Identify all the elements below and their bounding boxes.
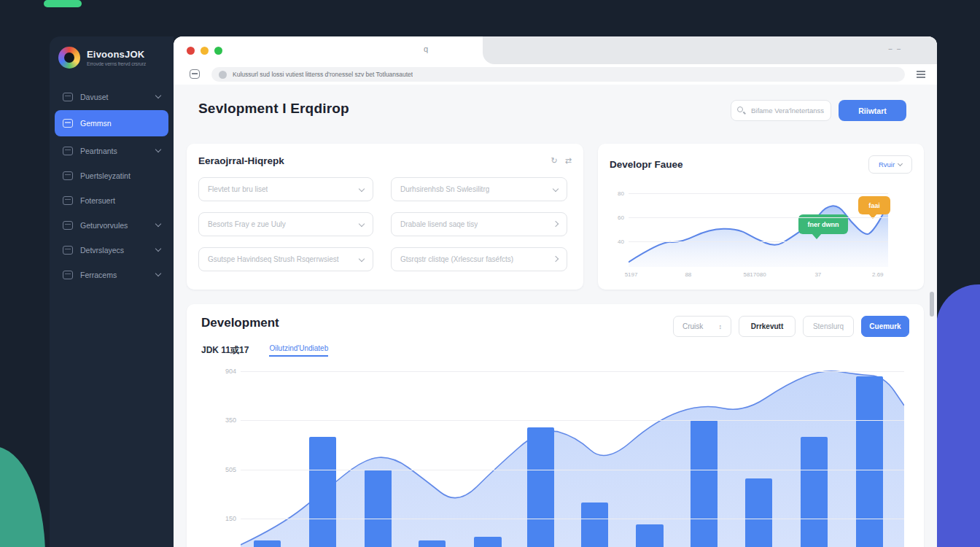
refresh-icon[interactable]: ↻ <box>551 156 558 166</box>
chevron-right-icon <box>553 255 559 261</box>
sidebar-item-6[interactable]: Detvrslayecs <box>55 238 168 262</box>
menu-item-icon <box>63 221 73 230</box>
bar-1 <box>309 437 336 547</box>
development-buttons: Cruisk ↕ Drrkevutt Stenslurq Cuemurk <box>673 316 909 337</box>
filter-select-3[interactable]: Drabale lisend saqe tisy <box>391 212 567 236</box>
chevron-down-icon <box>359 255 365 261</box>
sidebar-menu: Davuset Gemmsn Peartnants Puertsleyzatin… <box>55 85 168 287</box>
close-window-icon[interactable] <box>187 47 195 55</box>
sidebar-item-label: Geturvorvules <box>80 221 149 230</box>
rate-card: Developr Fauee Rvuir <box>598 144 924 290</box>
rate-card-title: Developr Fauee <box>610 159 683 170</box>
filter-select-4[interactable]: Gsutspe Havindseq Strush Rsqerrwsiest <box>198 247 373 271</box>
globe-icon <box>219 71 227 79</box>
sidebar-item-label: Davuset <box>80 93 149 101</box>
menu-hamburger-icon[interactable] <box>917 71 925 79</box>
bar-3 <box>419 540 446 547</box>
gridline <box>241 470 904 470</box>
y-axis-tick: 40 <box>618 238 624 244</box>
chevron-down-icon <box>553 185 559 191</box>
logo-title: EivoonsJOK <box>87 49 146 60</box>
bar-2 <box>365 470 392 547</box>
chart-tooltip-orange: faai <box>858 196 890 214</box>
sidebar-item-label: Ferracems <box>80 271 149 279</box>
minimize-window-icon[interactable] <box>201 47 209 55</box>
sidebar: EivoonsJOK Errovde verns frervd crsrurz … <box>50 36 174 547</box>
rate-dropdown[interactable]: Rvuir <box>868 155 912 174</box>
chevron-down-icon <box>898 161 903 166</box>
filter-label: Besorts Fray e zue Uuly <box>208 220 286 228</box>
browser-tabstrip: q ‒ ‒ <box>174 36 937 64</box>
sidebar-item-2[interactable]: Peartnants <box>55 139 168 163</box>
filter-select-2[interactable]: Besorts Fray e zue Uuly <box>198 212 373 236</box>
sidebar-item-label: Gemmsn <box>80 119 160 128</box>
bar-5 <box>527 427 554 547</box>
commit-button[interactable]: Cuemurk <box>861 316 909 337</box>
filter-label: Durhsirenhsb Sn Swlesilitrg <box>400 185 489 193</box>
gridline <box>629 217 888 218</box>
browser-app-icon[interactable] <box>190 69 200 79</box>
address-bar[interactable]: Kulussurl sud lossi vutiest litterss d'r… <box>211 67 905 82</box>
menu-item-icon <box>63 171 73 180</box>
secondary-button[interactable]: Drrkevutt <box>739 316 796 337</box>
sidebar-item-4[interactable]: Fotersuert <box>55 188 168 212</box>
swap-icon[interactable]: ⇄ <box>565 156 572 166</box>
x-axis-tick: 2.69 <box>872 271 884 278</box>
page-content: Sevlopment I Erqdirop Riiwtart Eeraojrra… <box>174 85 937 547</box>
bar-7 <box>636 524 663 547</box>
chevron-down-icon <box>155 93 161 98</box>
maximize-window-icon[interactable] <box>214 47 222 55</box>
y-axis-tick: 80 <box>618 190 624 196</box>
sidebar-item-7[interactable]: Ferracems <box>55 263 168 287</box>
active-tab-link[interactable]: Oilutzind'Undiateb <box>269 344 328 357</box>
sidebar-item-3[interactable]: Puertsleyzatint <box>55 163 168 187</box>
x-axis-tick: 88 <box>685 271 691 278</box>
chevron-down-icon <box>155 271 161 276</box>
browser-toolbar: Kulussurl sud lossi vutiest litterss d'r… <box>174 64 937 85</box>
sidebar-item-1-active[interactable]: Gemmsn <box>55 110 168 136</box>
filter-select-1[interactable]: Durhsirenhsb Sn Swlesilitrg <box>391 177 567 201</box>
page-title: Sevlopment I Erqdirop <box>198 101 349 117</box>
development-title: Development <box>201 316 279 330</box>
chevron-down-icon <box>359 185 365 191</box>
development-chart: 904350505150 <box>241 365 904 547</box>
filter-label: Gtsrqstr clistqe (Xrlescsur faséfcts) <box>400 255 513 263</box>
y-axis-tick: 350 <box>225 416 236 424</box>
bar-10 <box>801 437 828 547</box>
gridline <box>629 241 888 242</box>
menu-item-icon <box>63 196 73 205</box>
bar-series <box>241 365 904 547</box>
scrollbar-thumb[interactable] <box>930 292 934 317</box>
search-box <box>731 100 831 121</box>
filters-card: Eeraojrral-Hiqrepk ↻ ⇄ Flevtet tur bru l… <box>187 144 583 290</box>
stepper-updown-icon: ↕ <box>719 323 723 330</box>
window-controls-icon[interactable]: ‒ ‒ <box>888 45 902 53</box>
filter-fields: Flevtet tur bru liset Durhsirenhsb Sn Sw… <box>198 177 572 271</box>
search-icon <box>737 106 743 112</box>
filter-select-5[interactable]: Gtsrqstr clistqe (Xrlescsur faséfcts) <box>391 247 567 271</box>
browser-window: q ‒ ‒ Kulussurl sud lossi vutiest litter… <box>174 36 937 547</box>
decor-green-pill <box>44 0 82 7</box>
sidebar-item-5[interactable]: Geturvorvules <box>55 213 168 237</box>
rate-dropdown-label: Rvuir <box>879 160 895 168</box>
restart-button[interactable]: Riiwtart <box>839 100 906 121</box>
chevron-down-icon <box>155 246 161 252</box>
filter-label: Gsutspe Havindseq Strush Rsqerrwsiest <box>208 255 339 263</box>
stepper-dropdown-button[interactable]: Cruisk ↕ <box>673 316 731 337</box>
y-axis-tick: 60 <box>618 214 624 220</box>
tab-favicon-icon[interactable]: q <box>424 44 428 53</box>
menu-item-icon <box>63 246 73 255</box>
development-card: Development Cruisk ↕ Drrkevutt Stenslurq… <box>187 304 924 547</box>
search-input[interactable] <box>731 100 831 121</box>
y-axis-tick: 904 <box>225 368 236 375</box>
url-text: Kulussurl sud lossi vutiest litterss d'r… <box>233 71 413 78</box>
sidebar-item-0[interactable]: Davuset <box>55 85 168 109</box>
jdk-version-label: JDK 11或17 <box>201 344 249 357</box>
logo: EivoonsJOK Errovde verns frervd crsrurz <box>50 36 174 76</box>
decor-teal-blob <box>0 446 45 547</box>
decor-indigo-blob <box>936 284 980 547</box>
x-axis-tick: 5197 <box>625 271 638 278</box>
tertiary-button[interactable]: Stenslurq <box>803 316 854 337</box>
traffic-lights <box>187 47 222 55</box>
filter-select-0[interactable]: Flevtet tur bru liset <box>198 177 373 201</box>
